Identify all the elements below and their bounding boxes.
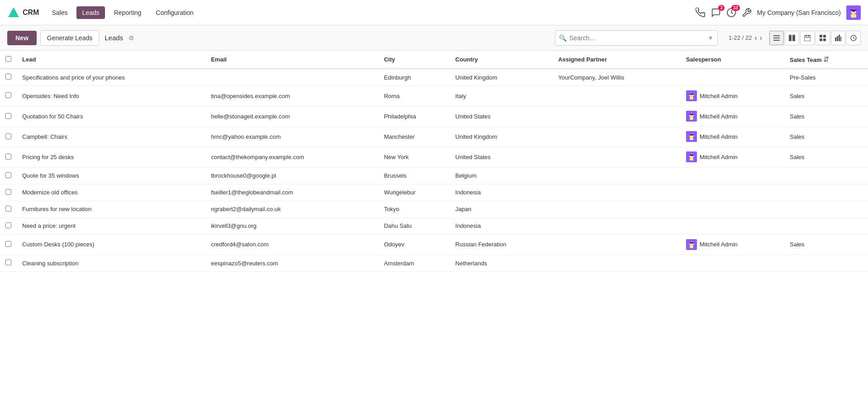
cell-country: Belgium bbox=[450, 167, 553, 184]
salesperson-avatar bbox=[686, 239, 697, 250]
svg-rect-47 bbox=[690, 137, 693, 140]
new-button[interactable]: New bbox=[7, 31, 37, 45]
col-sales-team[interactable]: Sales Team ⇵ bbox=[784, 51, 868, 69]
pagination-info: 1-22 / 22 bbox=[729, 34, 752, 41]
nav-reporting[interactable]: Reporting bbox=[109, 6, 147, 19]
cell-city: Wurigelebur bbox=[378, 184, 450, 201]
svg-rect-23 bbox=[837, 36, 838, 41]
svg-rect-54 bbox=[690, 158, 693, 160]
col-assigned-partner[interactable]: Assigned Partner bbox=[553, 51, 681, 69]
table-row[interactable]: Campbell: Chairshmc@yahoo.example.comMan… bbox=[0, 127, 868, 147]
table-row[interactable]: Specifications and price of your phonesE… bbox=[0, 69, 868, 86]
cell-city: Dahu Satu bbox=[378, 217, 450, 234]
table-row[interactable]: Pricing for 25 deskscontact@thekompany.e… bbox=[0, 147, 868, 167]
user-avatar[interactable] bbox=[846, 5, 861, 20]
search-input[interactable] bbox=[569, 34, 707, 42]
row-checkbox[interactable] bbox=[5, 241, 11, 247]
cell-lead: Quote for 35 windows bbox=[17, 167, 205, 184]
app-logo[interactable]: CRM bbox=[7, 6, 39, 19]
row-checkbox[interactable] bbox=[5, 259, 11, 265]
nav-leads[interactable]: Leads bbox=[76, 6, 105, 19]
table-row[interactable]: Furnitures for new locationngrabert2@dai… bbox=[0, 201, 868, 217]
breadcrumb: Leads bbox=[105, 34, 123, 42]
cell-country: United Kingdom bbox=[450, 127, 553, 147]
cell-salesperson bbox=[681, 167, 784, 184]
row-checkbox[interactable] bbox=[5, 133, 11, 139]
salesperson-avatar bbox=[686, 90, 697, 101]
messages-icon-btn[interactable]: 3 bbox=[711, 8, 721, 18]
col-email[interactable]: Email bbox=[205, 51, 378, 69]
list-view-button[interactable] bbox=[769, 31, 784, 45]
table-row[interactable]: Quote for 35 windowstbrockhouse0@google.… bbox=[0, 167, 868, 184]
cell-country: Indonesia bbox=[450, 184, 553, 201]
cell-sales-team: Sales bbox=[784, 106, 868, 127]
phone-icon-btn[interactable] bbox=[696, 8, 706, 18]
prev-page-button[interactable]: ‹ bbox=[754, 34, 757, 42]
table-header-row: Lead Email City Country Assigned Partner… bbox=[0, 51, 868, 69]
cell-city: Tokyo bbox=[378, 201, 450, 217]
table-row[interactable]: Quotation for 50 Chairshelle@stonageit.e… bbox=[0, 106, 868, 127]
svg-rect-16 bbox=[808, 35, 809, 37]
company-name[interactable]: My Company (San Francisco) bbox=[757, 9, 841, 16]
nav-sales[interactable]: Sales bbox=[46, 6, 73, 19]
row-checkbox[interactable] bbox=[5, 206, 11, 212]
row-checkbox[interactable] bbox=[5, 92, 11, 98]
cell-sales-team bbox=[784, 184, 868, 201]
col-country[interactable]: Country bbox=[450, 51, 553, 69]
cell-country: United Kingdom bbox=[450, 69, 553, 86]
svg-rect-11 bbox=[773, 40, 780, 41]
cell-assigned-partner bbox=[553, 201, 681, 217]
cell-lead: Specifications and price of your phones bbox=[17, 69, 205, 86]
select-all-header[interactable] bbox=[0, 51, 17, 69]
cell-salesperson bbox=[681, 201, 784, 217]
search-bar: 🔍 ▼ bbox=[555, 30, 718, 46]
cell-salesperson: Mitchell Admin bbox=[681, 235, 784, 255]
settings-gear-icon[interactable]: ⚙ bbox=[129, 34, 134, 42]
nav-configuration[interactable]: Configuration bbox=[150, 6, 199, 19]
cell-email: ngrabert2@dailymail.co.uk bbox=[205, 201, 378, 217]
next-page-button[interactable]: › bbox=[760, 34, 762, 42]
table-row[interactable]: Modernize old officesfseiller1@theglobea… bbox=[0, 184, 868, 201]
messages-badge: 3 bbox=[718, 5, 725, 11]
col-lead[interactable]: Lead bbox=[17, 51, 205, 69]
svg-rect-14 bbox=[804, 36, 811, 41]
search-dropdown-icon[interactable]: ▼ bbox=[707, 34, 714, 42]
generate-leads-button[interactable]: Generate Leads bbox=[40, 30, 99, 46]
row-checkbox[interactable] bbox=[5, 222, 11, 228]
svg-rect-42 bbox=[689, 113, 694, 115]
cell-assigned-partner bbox=[553, 147, 681, 167]
cell-salesperson bbox=[681, 255, 784, 272]
row-checkbox[interactable] bbox=[5, 189, 11, 195]
cell-country: Japan bbox=[450, 201, 553, 217]
calendar-view-button[interactable] bbox=[800, 31, 815, 45]
cell-sales-team bbox=[784, 201, 868, 217]
cell-assigned-partner: YourCompany, Joel Willis bbox=[553, 69, 681, 86]
svg-rect-61 bbox=[690, 245, 693, 248]
activity-view-button[interactable] bbox=[846, 31, 861, 45]
grid-view-icon bbox=[820, 35, 826, 41]
settings-icon-btn[interactable] bbox=[742, 8, 752, 18]
row-checkbox[interactable] bbox=[5, 74, 11, 80]
svg-rect-22 bbox=[835, 38, 836, 41]
app-name: CRM bbox=[23, 9, 39, 17]
cell-lead: Custom Desks (100 pieces) bbox=[17, 234, 205, 255]
row-checkbox[interactable] bbox=[5, 113, 11, 119]
cell-email: tbrockhouse0@google.pl bbox=[205, 167, 378, 184]
table-row[interactable]: Opensides: Need Infotina@opensides.examp… bbox=[0, 86, 868, 107]
row-checkbox[interactable] bbox=[5, 172, 11, 178]
col-salesperson[interactable]: Salesperson bbox=[681, 51, 784, 69]
chart-view-button[interactable] bbox=[831, 31, 845, 45]
activity-icon-btn[interactable]: 33 bbox=[726, 8, 736, 18]
row-checkbox[interactable] bbox=[5, 154, 11, 160]
col-city[interactable]: City bbox=[378, 51, 450, 69]
table-row[interactable]: Cleaning subscriptioneespinazo5@reuters.… bbox=[0, 255, 868, 272]
table-row[interactable]: Need a price: urgentikirvell3@gnu.orgDah… bbox=[0, 217, 868, 234]
optional-columns-button[interactable]: ⇵ bbox=[823, 55, 829, 64]
salesperson-name: Mitchell Admin bbox=[700, 241, 738, 248]
kanban-view-button[interactable] bbox=[785, 31, 799, 45]
select-all-checkbox[interactable] bbox=[5, 56, 11, 62]
cell-lead: Campbell: Chairs bbox=[17, 127, 205, 147]
svg-rect-33 bbox=[690, 97, 693, 99]
table-row[interactable]: Custom Desks (100 pieces)credford4@salon… bbox=[0, 234, 868, 255]
grid-view-button[interactable] bbox=[816, 31, 830, 45]
